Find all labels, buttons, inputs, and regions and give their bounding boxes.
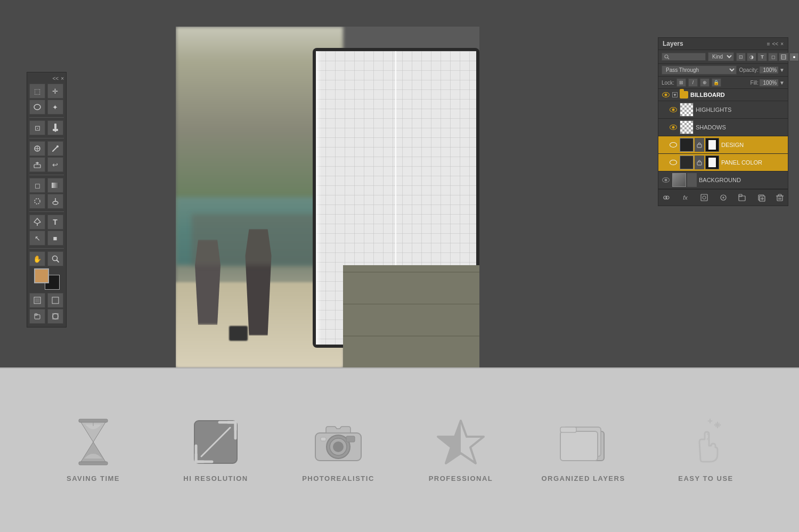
layers-icon (559, 418, 607, 466)
layer-background[interactable]: BACKGROUND (658, 171, 788, 189)
layer-thumb-design-1 (680, 138, 694, 152)
layers-filter-bar: Kind ⊡ ◑ T ◻ ● (658, 50, 788, 64)
filter-shape-icon[interactable]: ◻ (768, 53, 778, 61)
layer-thumb-group-design (680, 138, 719, 152)
move-tool[interactable]: ✛ (47, 84, 63, 99)
hand-tool[interactable]: ✋ (29, 251, 45, 266)
filter-type-icon[interactable]: T (757, 53, 767, 61)
quick-mask-tool[interactable] (29, 293, 45, 308)
toolbar-collapse[interactable]: << (52, 76, 59, 81)
layer-shadows[interactable]: SHADOWS (658, 119, 788, 136)
layer-search-input[interactable] (671, 54, 703, 60)
svg-point-14 (53, 201, 58, 204)
filter-pixel-icon[interactable]: ⊡ (736, 53, 746, 61)
crop-tool[interactable]: ⊡ (29, 120, 45, 135)
hand-pointer-icon (682, 418, 730, 466)
lasso-tool[interactable] (29, 100, 45, 114)
feature-label-easy-to-use: EASY TO USE (678, 474, 733, 482)
create-fill-button[interactable] (719, 193, 728, 202)
canvas-image (176, 27, 479, 367)
lock-all-icon[interactable]: 🔒 (712, 78, 721, 87)
layer-billboard[interactable]: ▼ BILLBOARD (658, 89, 788, 101)
tool-grid: ⬚ ✛ ✦ ⊡ ↩ ◻ (29, 84, 64, 266)
link-layers-button[interactable] (662, 193, 671, 202)
billboard-shine (316, 51, 321, 345)
briefcase (229, 326, 248, 341)
marquee-tool[interactable]: ⬚ (29, 84, 45, 99)
svg-marker-3 (54, 131, 56, 132)
gradient-tool[interactable] (47, 178, 63, 193)
fill-value[interactable]: 100% (760, 79, 778, 86)
history-brush-tool[interactable]: ↩ (47, 157, 63, 172)
layers-panel-menu[interactable]: ≡ (767, 41, 770, 47)
screen-mode-tool[interactable] (47, 293, 63, 308)
svg-rect-2 (53, 129, 58, 131)
extra-tools (29, 293, 64, 324)
eye-icon-billboard (662, 92, 670, 97)
layer-kind-select[interactable]: Kind (708, 52, 734, 61)
filter-smart-icon[interactable] (779, 53, 788, 61)
foreground-color-swatch[interactable] (34, 268, 49, 283)
layer-thumb-shadows (680, 120, 694, 134)
layer-filter-icons: ⊡ ◑ T ◻ ● (736, 53, 799, 61)
layer-highlights[interactable]: HIGHLIGHTS (658, 101, 788, 119)
zoom-tool[interactable] (47, 251, 63, 266)
rotate-view-tool[interactable] (29, 309, 45, 324)
delete-layer-button[interactable] (775, 193, 785, 202)
layer-design[interactable]: DESIGN (658, 136, 788, 154)
opacity-value[interactable]: 100% (760, 67, 778, 73)
toolbar-close[interactable]: × (61, 76, 64, 81)
type-tool[interactable]: T (47, 215, 63, 230)
svg-line-7 (53, 147, 57, 151)
svg-rect-68 (560, 431, 598, 461)
dodge-tool[interactable] (47, 194, 63, 209)
filter-on-toggle[interactable]: ● (789, 53, 799, 61)
layer-visibility-background[interactable] (662, 176, 670, 184)
resize-arrows-icon (192, 418, 240, 466)
layers-panel-close[interactable]: × (780, 41, 784, 47)
layer-expand-billboard[interactable]: ▼ (672, 92, 678, 97)
shape-tool[interactable]: ■ (47, 231, 63, 245)
eye-icon-highlights (670, 107, 677, 112)
layer-visibility-billboard[interactable] (662, 91, 670, 99)
layers-panel-collapse[interactable]: << (772, 41, 778, 47)
svg-rect-62 (321, 437, 326, 441)
layer-panel-color[interactable]: PANEL COLOR (658, 154, 788, 171)
layers-panel-controls: ≡ << × (767, 41, 784, 47)
magic-wand-tool[interactable]: ✦ (47, 100, 63, 114)
fill-arrow[interactable]: ▼ (779, 80, 785, 86)
feature-photorealistic: PHOTOREALISTIC (290, 418, 386, 482)
layers-footer: fx (658, 189, 788, 206)
layer-visibility-design[interactable] (669, 141, 678, 149)
layer-name-shadows: SHADOWS (696, 124, 785, 130)
filter-adjustment-icon[interactable]: ◑ (747, 53, 756, 61)
blur-tool[interactable] (29, 194, 45, 209)
layer-visibility-shadows[interactable] (669, 123, 678, 132)
fill-label: Fill: (751, 80, 759, 86)
pen-tool[interactable] (29, 215, 45, 230)
blend-mode-select[interactable]: Pass Through (662, 66, 737, 75)
eyedropper-tool[interactable] (47, 120, 63, 135)
frame-tool[interactable] (47, 309, 63, 324)
lock-pixel-icon[interactable]: / (688, 78, 698, 87)
add-layer-style-button[interactable]: fx (681, 193, 690, 202)
svg-rect-52 (79, 419, 108, 422)
layer-visibility-highlights[interactable] (669, 105, 678, 114)
layer-search[interactable] (662, 53, 706, 61)
layer-thumb-group-background (672, 173, 697, 187)
lock-position-icon[interactable]: ⊞ (676, 78, 686, 87)
brush-tool[interactable] (47, 141, 63, 156)
layer-thumb-group-panel-color (680, 155, 719, 169)
clone-stamp-tool[interactable] (29, 157, 45, 172)
lock-artboard-icon[interactable]: ⊕ (700, 78, 710, 87)
layer-visibility-panel-color[interactable] (669, 158, 678, 167)
add-mask-button[interactable] (699, 193, 709, 202)
create-new-layer-button[interactable] (756, 193, 766, 202)
svg-rect-31 (697, 144, 702, 148)
color-swatches[interactable] (34, 268, 60, 290)
eraser-tool[interactable]: ◻ (29, 178, 45, 193)
opacity-arrow[interactable]: ▼ (779, 67, 785, 73)
path-selection-tool[interactable]: ↖ (29, 231, 45, 245)
create-group-button[interactable] (737, 193, 747, 202)
healing-brush-tool[interactable] (29, 141, 45, 156)
